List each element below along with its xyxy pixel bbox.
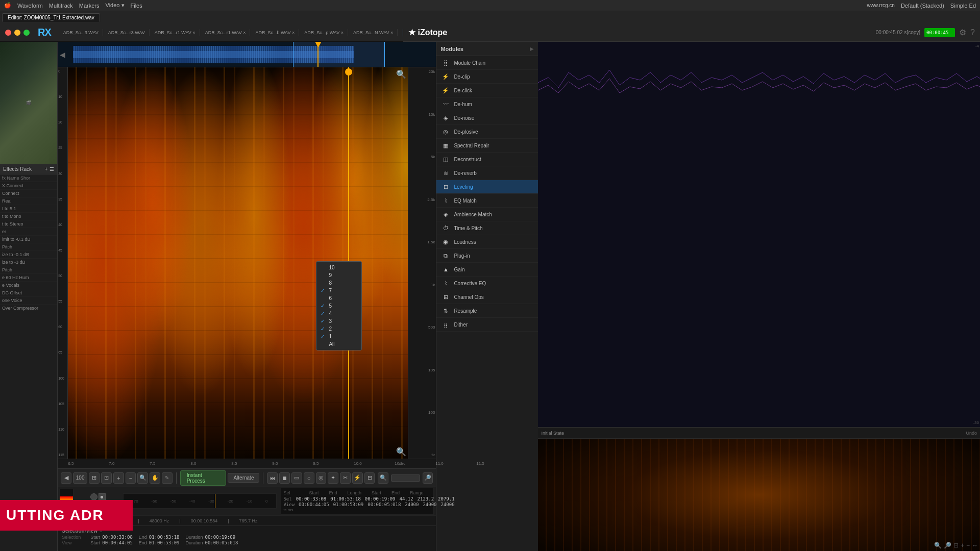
tc-sel-start[interactable]: 00:00:33:08 bbox=[296, 496, 327, 502]
module-gain[interactable]: ▲ Gain bbox=[436, 263, 538, 277]
file-tab-3[interactable]: ADR_Sc...r1.WAV × bbox=[201, 29, 251, 36]
zoom-slider[interactable] bbox=[391, 474, 420, 482]
zoom-out-btn[interactable]: − bbox=[126, 472, 136, 484]
fx-60hz[interactable]: e 60 Hz Hum bbox=[0, 274, 57, 282]
module-loudness[interactable]: ◉ Loudness bbox=[436, 235, 538, 249]
os-menu-files[interactable]: Files bbox=[131, 3, 142, 9]
spectrogram-view[interactable]: 20k 10k 5k 2.5k 1.5k 1k 500 105 100 Hz 0… bbox=[58, 67, 436, 459]
module-de-plosive[interactable]: ◎ De-plosive bbox=[436, 125, 538, 139]
module-de-clip[interactable]: ⚡ De-clip bbox=[436, 70, 538, 84]
fx-to-mono[interactable]: t to Mono bbox=[0, 213, 57, 220]
tc-view-start[interactable]: 00:00:44:05 bbox=[299, 502, 329, 507]
os-menu-waveform[interactable]: Waveform bbox=[17, 3, 43, 9]
fx-er[interactable]: er bbox=[0, 228, 57, 236]
loop-btn[interactable] bbox=[90, 493, 97, 500]
dropdown-item-2[interactable]: ✓ 2 bbox=[316, 325, 361, 333]
module-de-click[interactable]: ⚡ De-click bbox=[436, 84, 538, 97]
scissors-btn[interactable]: ✂ bbox=[340, 472, 351, 484]
zoom-in-btn[interactable]: + bbox=[113, 472, 124, 484]
skip-btn[interactable]: ⏮ bbox=[267, 472, 278, 484]
tc-sel-dur[interactable]: 00:00:19:09 bbox=[365, 496, 396, 502]
preview-zoom-out-icon[interactable]: 🔎 bbox=[944, 542, 951, 549]
nav-prev-btn[interactable]: ◀ bbox=[61, 472, 71, 484]
dropdown-item-all[interactable]: All bbox=[316, 340, 361, 348]
dropdown-item-3[interactable]: ✓ 3 bbox=[316, 317, 361, 325]
stop-btn[interactable]: ⏹ bbox=[279, 472, 290, 484]
fx-pitch2[interactable]: Pitch bbox=[0, 266, 57, 274]
fx-real[interactable]: Real bbox=[0, 197, 57, 205]
editor-tab-main[interactable]: Editor: ZOOM0005_Tr1 Extracted.wav bbox=[2, 13, 100, 22]
preview-zoom-less-icon[interactable]: − bbox=[966, 542, 970, 549]
module-dither[interactable]: ⣶ Dither bbox=[436, 318, 538, 332]
selection-region[interactable] bbox=[293, 42, 385, 67]
view-duration-val[interactable]: 00:00:05:018 bbox=[205, 540, 238, 545]
maximize-button[interactable] bbox=[23, 30, 30, 36]
preview-zoom-fit-icon[interactable]: ⊡ bbox=[953, 542, 959, 549]
dropdown-item-4[interactable]: ✓ 4 bbox=[316, 310, 361, 317]
module-chain[interactable]: ⣿ Module Chain bbox=[436, 56, 538, 70]
dropdown-item-5[interactable]: ✓ 5 bbox=[316, 302, 361, 310]
izotope-settings-icon[interactable]: ⚙ bbox=[959, 28, 966, 37]
fx-connect[interactable]: X Connect bbox=[0, 182, 57, 190]
fx-compressor[interactable]: Over Compressor bbox=[0, 305, 57, 312]
tc-sel-end[interactable]: 01:00:53:18 bbox=[330, 496, 361, 502]
record-btn[interactable]: ⏺ bbox=[99, 493, 106, 500]
close-button[interactable] bbox=[5, 30, 11, 36]
zoom-out-freq-icon[interactable]: 🔍 bbox=[396, 69, 406, 79]
module-resample[interactable]: ⇅ Resample bbox=[436, 304, 538, 318]
module-leveling[interactable]: ⊟ Leveling bbox=[436, 180, 538, 194]
preview-zoom-in-icon[interactable]: 🔍 bbox=[934, 542, 942, 549]
channel-dropdown-menu[interactable]: 10 9 8 ✓ 7 6 ✓ bbox=[316, 261, 362, 350]
minimize-button[interactable] bbox=[14, 30, 20, 36]
fx-zone[interactable]: one Voice bbox=[0, 297, 57, 305]
waveform-overview[interactable]: ◀ bbox=[58, 42, 436, 67]
file-tab-6[interactable]: ADR_Sc...N.WAV × bbox=[349, 29, 398, 36]
file-tab-1[interactable]: ADR_Sc...r3.WAV bbox=[104, 29, 150, 36]
izotope-help-icon[interactable]: ? bbox=[970, 28, 975, 37]
undo-btn[interactable]: Undo bbox=[966, 431, 977, 436]
module-corrective-eq[interactable]: ⌇ Corrective EQ bbox=[436, 277, 538, 290]
fx-limit-01[interactable]: imit to -0.1 dB bbox=[0, 236, 57, 243]
dropdown-item-8[interactable]: 8 bbox=[316, 279, 361, 287]
wand-btn[interactable]: ⚡ bbox=[352, 472, 363, 484]
hand-tool-btn[interactable]: ✋ bbox=[150, 472, 160, 484]
preview-zoom-more-icon[interactable]: + bbox=[961, 542, 964, 549]
os-menu-markers[interactable]: Markers bbox=[79, 3, 100, 9]
view-start-val[interactable]: 00:00:44:05 bbox=[102, 540, 133, 545]
module-ambience[interactable]: ◈ Ambience Match bbox=[436, 208, 538, 221]
preview-zoom-horiz-icon[interactable]: ↔ bbox=[972, 542, 978, 549]
fx-size3[interactable]: ize to -3 dB bbox=[0, 259, 57, 266]
dropdown-item-9[interactable]: 9 bbox=[316, 271, 361, 279]
os-menu-video[interactable]: Video ▾ bbox=[106, 2, 125, 9]
zoom-fit-btn[interactable]: ⊞ bbox=[89, 472, 100, 484]
effects-rack-menu-icon[interactable]: ☰ bbox=[50, 166, 54, 172]
draw-rect-btn[interactable]: ▭ bbox=[291, 472, 302, 484]
instant-process-btn[interactable]: Instant Process bbox=[180, 470, 227, 486]
fx-vocals[interactable]: e Vocals bbox=[0, 282, 57, 289]
dropdown-item-6[interactable]: 6 bbox=[316, 294, 361, 302]
file-tab-0[interactable]: ADR_Sc...3.WAV bbox=[59, 29, 103, 36]
module-deconstruct[interactable]: ◫ Deconstruct bbox=[436, 153, 538, 166]
view-end-val[interactable]: 01:00:53:09 bbox=[149, 540, 180, 545]
fx-size01[interactable]: ize to -0.1 dB bbox=[0, 251, 57, 259]
magic-btn[interactable]: ✦ bbox=[328, 472, 338, 484]
zoom-sel-btn[interactable]: ⊡ bbox=[101, 472, 112, 484]
module-channel-ops[interactable]: ⊞ Channel Ops bbox=[436, 290, 538, 304]
dropdown-item-7[interactable]: ✓ 7 bbox=[316, 287, 361, 294]
zoom-h-btn[interactable]: 🔍 bbox=[137, 472, 148, 484]
fx-to-stereo[interactable]: t to Stereo bbox=[0, 220, 57, 228]
sel-start-val[interactable]: 00:00:33:08 bbox=[102, 535, 133, 540]
zoom-in-time-btn[interactable]: 🔍 bbox=[378, 472, 388, 484]
pencil-btn[interactable]: ✎ bbox=[162, 472, 173, 484]
module-de-noise[interactable]: ◈ De-noise bbox=[436, 111, 538, 125]
dropdown-item-10[interactable]: 10 bbox=[316, 264, 361, 271]
module-plugin[interactable]: ⧉ Plug-in bbox=[436, 249, 538, 263]
module-eq-match[interactable]: ⌇ EQ Match bbox=[436, 194, 538, 208]
fx-dc[interactable]: DC Offset bbox=[0, 289, 57, 297]
sel-duration-val[interactable]: 00:00:19:09 bbox=[205, 535, 236, 540]
file-tab-4[interactable]: ADR_Sc...b.WAV × bbox=[251, 29, 299, 36]
fx-to51[interactable]: t to 5.1 bbox=[0, 205, 57, 213]
zoom-out-time-btn[interactable]: 🔎 bbox=[423, 472, 433, 484]
os-menu-apple[interactable]: 🍎 bbox=[4, 2, 11, 9]
timeline-mini[interactable]: -70 -60 -50 -40 -30 -20 -10 0 bbox=[123, 493, 277, 509]
